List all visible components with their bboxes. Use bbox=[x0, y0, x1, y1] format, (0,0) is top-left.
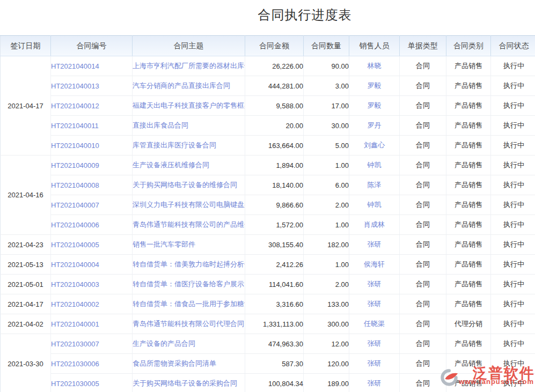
subject-link[interactable]: 上海市亨利汽配厂所需要的器材出库合同 bbox=[133, 62, 245, 70]
number-link[interactable]: HT2021040006 bbox=[51, 221, 99, 229]
cell-subject: 转自借货单：借食品一批用于参加糖酒会 bbox=[133, 294, 245, 314]
number-link[interactable]: HT2021040009 bbox=[51, 161, 99, 169]
cell-status: 执行中 bbox=[491, 235, 535, 255]
number-link[interactable]: HT2021040005 bbox=[51, 241, 99, 249]
sales-link[interactable]: 张研 bbox=[368, 300, 382, 308]
number-link[interactable]: HT2021030007 bbox=[51, 340, 99, 348]
cell-amount: 20.00 bbox=[245, 116, 304, 136]
subject-link[interactable]: 食品所需物资采购合同清单 bbox=[133, 359, 216, 367]
cell-sales: 侯海轩 bbox=[349, 255, 400, 275]
sales-link[interactable]: 张研 bbox=[368, 280, 382, 288]
cell-quantity: 182.00 bbox=[304, 235, 349, 255]
page-title: 合同执行进度表 bbox=[0, 6, 535, 24]
number-link[interactable]: HT2021040012 bbox=[51, 102, 99, 110]
cell-sign-date: 2021-03-30 bbox=[1, 334, 51, 392]
cell-doc_type: 合同 bbox=[400, 56, 446, 76]
number-link[interactable]: HT2021040003 bbox=[51, 280, 99, 289]
cell-sign-date: 2021-05-13 bbox=[1, 255, 51, 275]
cell-amount: 1,572.00 bbox=[245, 215, 304, 235]
cell-amount: 114,041.60 bbox=[245, 275, 304, 294]
number-link[interactable]: HT2021040014 bbox=[51, 62, 99, 70]
table-row: HT2021040012福建天出电子科技直接客户的零售框架合同9,588.001… bbox=[1, 96, 535, 116]
cell-category: 产品销售 bbox=[446, 56, 491, 76]
subject-link[interactable]: 青岛伟通节能科技有限公司的产品维修合同 bbox=[133, 220, 245, 228]
number-link[interactable]: HT2021040001 bbox=[51, 320, 99, 328]
cell-amount: 26,226.00 bbox=[245, 56, 304, 76]
cell-status: 执行中 bbox=[491, 294, 535, 314]
subject-link[interactable]: 青岛伟通节能科技有限公司代理合同 bbox=[133, 320, 244, 328]
subject-link[interactable]: 生产设备液压机维修合同 bbox=[133, 161, 209, 169]
sales-link[interactable]: 张研 bbox=[368, 359, 382, 367]
sales-link[interactable]: 张研 bbox=[368, 379, 382, 387]
sales-link[interactable]: 钟凯 bbox=[368, 161, 382, 169]
subject-link[interactable]: 转自借货单：借医疗设备给客户展示 bbox=[133, 280, 244, 288]
number-link[interactable]: HT2021040007 bbox=[51, 201, 99, 209]
cell-number: HT2021040009 bbox=[51, 156, 133, 175]
cell-sales: 陈泽 bbox=[349, 175, 400, 195]
cell-amount: 9,588.00 bbox=[245, 96, 304, 116]
cell-amount: 163,664.00 bbox=[245, 136, 304, 156]
cell-number: HT2021040013 bbox=[51, 76, 133, 96]
cell-doc_type: 合同 bbox=[400, 354, 446, 374]
sales-link[interactable]: 张研 bbox=[368, 240, 382, 248]
cell-number: HT2021030007 bbox=[51, 334, 133, 354]
sales-link[interactable]: 罗丹 bbox=[368, 121, 382, 129]
subject-link[interactable]: 关于购买网络电子设备的采购合同 bbox=[133, 379, 237, 387]
subject-link[interactable]: 关于购买网络电子设备的维修合同 bbox=[133, 181, 237, 189]
sales-link[interactable]: 肖成林 bbox=[364, 220, 385, 228]
cell-quantity: 17.00 bbox=[304, 96, 349, 116]
number-link[interactable]: HT2021030005 bbox=[51, 380, 99, 388]
subject-link[interactable]: 深圳义力电子科技有限公司电脑键盘采购合同 bbox=[133, 201, 245, 209]
cell-subject: 转自借货单：借医疗设备给客户展示 bbox=[133, 275, 245, 294]
number-link[interactable]: HT2021040008 bbox=[51, 181, 99, 189]
cell-doc_type: 合同 bbox=[400, 116, 446, 136]
sales-link[interactable]: 侯海轩 bbox=[364, 260, 385, 268]
subject-link[interactable]: 库管直接出库医疗设备合同 bbox=[133, 141, 216, 149]
number-link[interactable]: HT2021040004 bbox=[51, 261, 99, 269]
cell-quantity: 2.00 bbox=[304, 195, 349, 215]
cell-subject: 青岛伟通节能科技有限公司的产品维修合同 bbox=[133, 215, 245, 235]
subject-link[interactable]: 转自借货单：借美敦力临时起搏分析仪 bbox=[133, 260, 245, 268]
sales-link[interactable]: 林晓 bbox=[368, 62, 382, 70]
table-row: HT2021040010库管直接出库医疗设备合同163,664.005.00刘鑫… bbox=[1, 136, 535, 156]
cell-sales: 张研 bbox=[349, 374, 400, 392]
cell-category: 产品销售 bbox=[446, 215, 491, 235]
subject-link[interactable]: 销售一批汽车零部件 bbox=[133, 240, 195, 248]
cell-status: 执行中 bbox=[491, 76, 535, 96]
subject-link[interactable]: 转自借货单：借食品一批用于参加糖酒会 bbox=[133, 300, 245, 308]
sales-link[interactable]: 刘鑫心 bbox=[364, 141, 385, 149]
subject-link[interactable]: 直接出库食品合同 bbox=[133, 121, 188, 129]
sales-link[interactable]: 钟凯 bbox=[368, 201, 382, 209]
cell-category: 产品销售 bbox=[446, 294, 491, 314]
cell-category: 产品销售 bbox=[446, 374, 491, 392]
cell-sales: 钟凯 bbox=[349, 156, 400, 175]
cell-sales: 钟凯 bbox=[349, 195, 400, 215]
cell-quantity: 6.00 bbox=[304, 175, 349, 195]
table-row: 2021-04-02HT2021040001青岛伟通节能科技有限公司代理合同1,… bbox=[1, 314, 535, 334]
cell-amount: 308,155.40 bbox=[245, 235, 304, 255]
cell-status: 执行中 bbox=[491, 195, 535, 215]
number-link[interactable]: HT2021040013 bbox=[51, 82, 99, 90]
cell-subject: 汽车分销商的产品直接出库合同 bbox=[133, 76, 245, 96]
subject-link[interactable]: 福建天出电子科技直接客户的零售框架合同 bbox=[133, 101, 245, 109]
table-row: HT2021040011直接出库食品合同20.0030.00罗丹合同产品销售执行… bbox=[1, 116, 535, 136]
cell-number: HT2021040006 bbox=[51, 215, 133, 235]
subject-link[interactable]: 汽车分销商的产品直接出库合同 bbox=[133, 82, 230, 90]
sales-link[interactable]: 罗毅 bbox=[368, 101, 382, 109]
cell-quantity: 30.00 bbox=[304, 116, 349, 136]
sales-link[interactable]: 陈泽 bbox=[368, 181, 382, 189]
sales-link[interactable]: 任晓渠 bbox=[364, 320, 385, 328]
cell-doc_type: 合同 bbox=[400, 215, 446, 235]
number-link[interactable]: HT2021040002 bbox=[51, 300, 99, 308]
number-link[interactable]: HT2021030006 bbox=[51, 360, 99, 368]
cell-category: 产品销售 bbox=[446, 334, 491, 354]
cell-category: 产品销售 bbox=[446, 235, 491, 255]
subject-link[interactable]: 生产设备的产品合同 bbox=[133, 339, 195, 347]
cell-status: 执行中 bbox=[491, 175, 535, 195]
number-link[interactable]: HT2021040011 bbox=[51, 122, 99, 130]
cell-sales: 刘鑫心 bbox=[349, 136, 400, 156]
sales-link[interactable]: 张研 bbox=[368, 339, 382, 347]
sales-link[interactable]: 罗毅 bbox=[368, 82, 382, 90]
number-link[interactable]: HT2021040010 bbox=[51, 142, 99, 150]
cell-subject: 库管直接出库医疗设备合同 bbox=[133, 136, 245, 156]
